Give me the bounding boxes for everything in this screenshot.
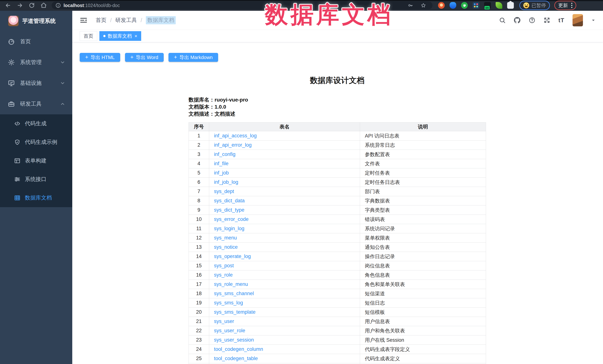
- browser-menu-icon[interactable]: [571, 3, 572, 8]
- table-name-link[interactable]: sys_error_code: [214, 216, 249, 222]
- tag-0[interactable]: 首页: [80, 31, 97, 41]
- help-icon[interactable]: [529, 17, 535, 23]
- table-name-link[interactable]: tool_codegen_column: [214, 346, 263, 352]
- paused-chip[interactable]: 已暂停: [519, 1, 550, 10]
- breadcrumb-item-1[interactable]: 研发工具: [115, 17, 137, 24]
- site-info-icon[interactable]: [55, 3, 61, 8]
- font-size-icon[interactable]: tT: [558, 17, 564, 24]
- sidebar-item-3[interactable]: 研发工具: [0, 94, 72, 114]
- table-row: 18sys_sms_channel短信渠道: [189, 289, 486, 298]
- tag-1[interactable]: 数据库文档: [99, 31, 141, 41]
- table-icon: [14, 195, 20, 201]
- table-name-link[interactable]: sys_operate_log: [214, 254, 251, 259]
- sidebar-subitem-1[interactable]: 代码生成示例: [0, 133, 72, 152]
- user-avatar[interactable]: [573, 14, 583, 26]
- row-index: 12: [189, 233, 209, 243]
- back-icon[interactable]: [5, 2, 11, 9]
- meta-value: ruoyi-vue-pro: [215, 97, 248, 103]
- fullscreen-icon[interactable]: [544, 17, 550, 23]
- doc-title: 数据库设计文档: [188, 75, 486, 86]
- table-name-link[interactable]: sys_sms_log: [214, 300, 243, 306]
- table-description: 用户在线 Session: [360, 335, 486, 345]
- green-check-extension-icon[interactable]: [461, 2, 468, 9]
- sidebar-item-0[interactable]: 首页: [0, 31, 72, 52]
- puzzle-extension-icon[interactable]: [507, 2, 514, 9]
- key-icon[interactable]: [407, 3, 413, 8]
- row-index: 18: [189, 289, 209, 298]
- table-name-link[interactable]: sys_dict_type: [214, 207, 244, 213]
- app-logo[interactable]: 芋道管理系统: [0, 11, 72, 31]
- table-row: 9sys_dict_type字典类型表: [189, 206, 486, 215]
- table-row: 2inf_api_error_log系统异常日志: [189, 141, 486, 150]
- export-button-0[interactable]: 导出 HTML: [80, 53, 120, 62]
- table-name-link[interactable]: sys_role_menu: [214, 281, 248, 287]
- grid-extension-icon[interactable]: [473, 2, 479, 9]
- table-description: 操作日志记录: [360, 252, 486, 261]
- blue-extension-icon[interactable]: [450, 2, 456, 9]
- table-name-link[interactable]: inf_job: [214, 170, 229, 176]
- table-name-link[interactable]: sys_notice: [214, 244, 238, 250]
- sidebar-subitem-2[interactable]: 表单构建: [0, 152, 72, 170]
- table-name-link[interactable]: inf_api_access_log: [214, 133, 257, 138]
- db-doc: 数据库设计文档 数据库名：ruoyi-vue-pro文档版本：1.0.0文档描述…: [188, 43, 486, 364]
- table-name-link[interactable]: sys_user: [214, 319, 234, 324]
- chevron-down-icon: [60, 81, 65, 86]
- reload-icon[interactable]: [29, 2, 35, 9]
- sidebar-item-2[interactable]: 基础设施: [0, 73, 72, 94]
- table-name-link[interactable]: sys_login_log: [214, 226, 244, 231]
- button-label: 导出 Word: [136, 54, 158, 61]
- url-bar[interactable]: localhost:1024/tool/db-doc: [52, 1, 432, 9]
- table-name-link[interactable]: inf_config: [214, 152, 236, 157]
- close-icon[interactable]: [135, 33, 137, 38]
- table-name-link[interactable]: tool_codegen_table: [214, 356, 258, 361]
- forward-icon[interactable]: [17, 2, 23, 9]
- button-label: 导出 HTML: [91, 54, 115, 61]
- sidebar-item-1[interactable]: 系统管理: [0, 52, 72, 73]
- table-name-link[interactable]: sys_user_session: [214, 337, 254, 343]
- table-description: 参数配置表: [360, 150, 486, 159]
- table-row: 8sys_dict_data字典数据表: [189, 196, 486, 206]
- table-name-link[interactable]: sys_sms_template: [214, 309, 256, 315]
- table-name-link[interactable]: sys_user_role: [214, 328, 245, 333]
- update-label: 更新: [558, 2, 568, 9]
- gear-icon: [8, 59, 15, 66]
- table-name-link[interactable]: sys_post: [214, 263, 234, 268]
- row-index: 6: [189, 178, 209, 187]
- sidebar-subitem-0[interactable]: 代码生成: [0, 114, 72, 133]
- table-name-link[interactable]: sys_role: [214, 272, 233, 278]
- breadcrumb-item-2: 数据库文档: [146, 16, 176, 24]
- table-name-link[interactable]: sys_dept: [214, 188, 234, 194]
- github-icon[interactable]: [514, 17, 521, 23]
- table-description: 字典数据表: [360, 196, 486, 206]
- breadcrumb-item-0[interactable]: 首页: [96, 17, 106, 24]
- table-name-link[interactable]: sys_dict_data: [214, 198, 245, 203]
- row-index: 7: [189, 187, 209, 196]
- sidebar-fold-icon[interactable]: [80, 16, 88, 24]
- update-chip[interactable]: 更新: [554, 1, 576, 10]
- table-row: 14sys_operate_log操作日志记录: [189, 252, 486, 261]
- menu-item-label: 首页: [20, 38, 31, 45]
- caret-down-icon[interactable]: [591, 18, 596, 22]
- sidebar-subitem-3[interactable]: 系统接口: [0, 170, 72, 188]
- bookmark-star-icon[interactable]: [421, 3, 426, 8]
- table-name-link[interactable]: inf_job_log: [214, 179, 238, 185]
- doc-meta-line-2: 文档描述：文档描述: [188, 110, 486, 118]
- row-index: 3: [189, 150, 209, 159]
- row-index: 1: [189, 131, 209, 141]
- red-circle-extension-icon[interactable]: [438, 2, 445, 9]
- row-index: 17: [189, 280, 209, 289]
- table-row: 25tool_codegen_table代码生成表定义: [189, 354, 486, 363]
- table-name-link[interactable]: inf_file: [214, 161, 229, 166]
- table-description: 字典类型表: [360, 206, 486, 215]
- table-row: 22sys_user_role用户和角色关联表: [189, 326, 486, 335]
- search-icon[interactable]: [499, 17, 506, 23]
- table-name-link[interactable]: sys_sms_channel: [214, 291, 254, 296]
- table-name-link[interactable]: sys_menu: [214, 235, 237, 241]
- on-badge-extension-icon[interactable]: on: [484, 2, 491, 9]
- leaf-extension-icon[interactable]: [496, 2, 502, 9]
- export-button-1[interactable]: 导出 Word: [125, 53, 164, 62]
- table-name-link[interactable]: inf_api_error_log: [214, 142, 252, 148]
- sidebar-subitem-4[interactable]: 数据库文档: [0, 188, 72, 207]
- home-icon[interactable]: [40, 2, 47, 9]
- plus-icon: [130, 54, 134, 60]
